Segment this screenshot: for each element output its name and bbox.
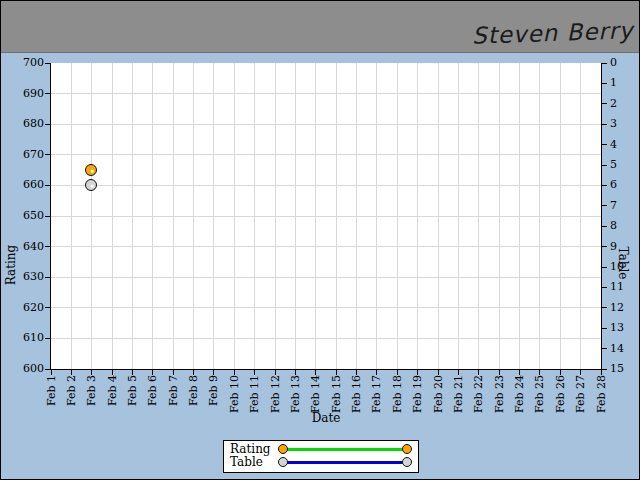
x-axis-tick-label: Feb 5 (126, 375, 139, 415)
x-axis-tick-label: Feb 10 (228, 375, 241, 415)
right-axis-tick (601, 226, 607, 227)
legend-marker (402, 444, 412, 454)
x-axis-tick-label: Feb 6 (146, 375, 159, 415)
right-axis-tick (601, 369, 607, 370)
right-axis-tick (601, 328, 607, 329)
left-axis-tick-label: 610 (14, 332, 44, 344)
x-axis-tick-label: Feb 22 (472, 375, 485, 415)
right-axis-tick-label: 1 (610, 77, 634, 89)
x-axis-tick-label: Feb 24 (513, 375, 526, 415)
x-axis-tick-label: Feb 7 (167, 375, 180, 415)
left-axis-tick-label: 660 (14, 179, 44, 191)
left-axis-tick-label: 630 (14, 271, 44, 283)
x-axis-tick-label: Feb 3 (85, 375, 98, 415)
left-axis-tick (45, 124, 51, 125)
legend-marker (278, 457, 288, 467)
x-axis-tick-label: Feb 4 (106, 375, 119, 415)
x-axis-tick-label: Feb 16 (350, 375, 363, 415)
legend-line-area (278, 456, 412, 469)
x-axis-tick-label: Feb 11 (248, 375, 261, 415)
right-axis-tick-label: 2 (610, 98, 634, 110)
x-axis-tick-label: Feb 9 (207, 375, 220, 415)
right-axis-tick-label: 4 (610, 139, 634, 151)
legend-line-area (278, 443, 412, 456)
left-axis-tick (45, 63, 51, 64)
right-axis-tick (601, 348, 607, 349)
x-axis-tick-label: Feb 2 (65, 375, 78, 415)
horizontal-gridline (51, 154, 601, 155)
right-axis-tick (601, 205, 607, 206)
data-point-rating (85, 164, 97, 176)
horizontal-gridline (51, 246, 601, 247)
horizontal-gridline (51, 124, 601, 125)
x-axis-tick-label: Feb 23 (493, 375, 506, 415)
right-axis-tick-label: 3 (610, 118, 634, 130)
x-axis-tick-label: Feb 19 (411, 375, 424, 415)
left-axis-tick-label: 620 (14, 302, 44, 314)
right-axis-tick (601, 267, 607, 268)
right-axis-tick-label: 12 (610, 302, 634, 314)
left-axis-tick (45, 185, 51, 186)
right-axis-tick-label: 6 (610, 179, 634, 191)
left-axis-tick (45, 246, 51, 247)
x-axis-tick-label: Feb 8 (187, 375, 200, 415)
legend: RatingTable (223, 440, 419, 473)
left-axis-tick-label: 650 (14, 210, 44, 222)
x-axis-tick-label: Feb 28 (595, 375, 608, 415)
x-axis-tick-label: Feb 21 (452, 375, 465, 415)
right-axis-tick (601, 144, 607, 145)
right-axis-tick-label: 5 (610, 159, 634, 171)
left-axis-tick (45, 338, 51, 339)
left-axis-tick-label: 680 (14, 118, 44, 130)
x-axis-tick-label: Feb 1 (45, 375, 58, 415)
legend-line-sample (283, 448, 407, 451)
right-axis-tick (601, 83, 607, 84)
right-axis-tick (601, 246, 607, 247)
x-axis-tick-label: Feb 20 (432, 375, 445, 415)
right-axis-tick (601, 63, 607, 64)
horizontal-gridline (51, 307, 601, 308)
right-axis-tick-label: 0 (610, 57, 634, 69)
legend-marker (278, 444, 288, 454)
right-axis-tick-label: 8 (610, 220, 634, 232)
left-axis-tick (45, 216, 51, 217)
left-axis-tick-label: 640 (14, 241, 44, 253)
horizontal-gridline (51, 338, 601, 339)
left-axis-tick-label: 700 (14, 57, 44, 69)
x-axis-tick-label: Feb 25 (533, 375, 546, 415)
left-axis-tick-label: 670 (14, 149, 44, 161)
left-axis-title: Rating (4, 235, 18, 295)
right-axis-tick (601, 103, 607, 104)
right-axis-tick-label: 7 (610, 200, 634, 212)
left-axis-tick-label: 690 (14, 88, 44, 100)
left-axis-tick (45, 307, 51, 308)
right-axis-tick (601, 124, 607, 125)
left-axis-tick-label: 600 (14, 363, 44, 375)
legend-line-sample (283, 461, 407, 464)
chart-canvas: Steven Berry 600610620630640650660670680… (0, 0, 640, 480)
x-axis-tick-label: Feb 27 (574, 375, 587, 415)
x-axis-tick-label: Feb 17 (370, 375, 383, 415)
data-point-table (85, 179, 97, 191)
horizontal-gridline (51, 185, 601, 186)
legend-marker (402, 457, 412, 467)
right-axis-tick (601, 165, 607, 166)
right-axis-tick (601, 185, 607, 186)
legend-item-label: Table (230, 456, 278, 469)
legend-row: Table (230, 456, 412, 469)
plot-area (50, 63, 602, 370)
right-axis-tick (601, 287, 607, 288)
right-axis-tick-label: 15 (610, 363, 634, 375)
x-axis-tick-label: Feb 14 (309, 375, 322, 415)
x-axis-tick-label: Feb 26 (554, 375, 567, 415)
left-axis-tick (45, 154, 51, 155)
x-axis-tick-label: Feb 18 (391, 375, 404, 415)
horizontal-gridline (51, 93, 601, 94)
x-axis-tick-label: Feb 13 (289, 375, 302, 415)
right-axis-tick-label: 14 (610, 343, 634, 355)
left-axis-tick (45, 277, 51, 278)
horizontal-gridline (51, 216, 601, 217)
x-axis-title: Date (296, 411, 356, 425)
left-axis-tick (45, 93, 51, 94)
horizontal-gridline (51, 277, 601, 278)
